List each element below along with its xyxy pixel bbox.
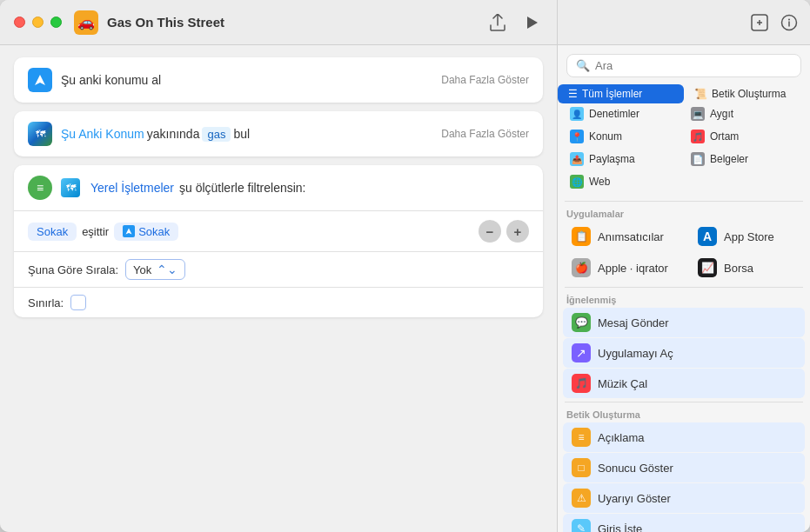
script-sonucu[interactable]: □ Sonucu Göster — [563, 453, 805, 482]
action3-header: ≡ 🗺 Yerel İşletmeler şu ölçütlerle filtr… — [14, 165, 543, 211]
cat-denetimler-icon: 👤 — [570, 107, 584, 121]
action3-header-suffix: şu ölçütlerle filtrelensin: — [179, 181, 306, 195]
cat-script-label: Betik Oluşturma — [712, 88, 786, 100]
action2-content: Şu Anki Konum yakınında gas bul — [61, 127, 434, 142]
sort-label: Şuna Göre Sırala: — [28, 263, 118, 276]
close-button[interactable] — [14, 17, 25, 28]
cat-belgeler[interactable]: 📄 Belgeler — [686, 149, 803, 170]
script-giris[interactable]: ✎ Giriş İste — [563, 514, 805, 532]
play-button[interactable] — [522, 12, 543, 33]
script-divider — [565, 402, 803, 402]
cat-ortam[interactable]: 🎵 Ortam — [686, 126, 803, 147]
app-appstore[interactable]: A App Store — [689, 222, 805, 251]
pinned-mesaj[interactable]: 💬 Mesaj Gönder — [563, 308, 805, 337]
script-aciklama[interactable]: ≡ Açıklama — [563, 422, 805, 452]
filter-right-tag[interactable]: Sokak — [114, 223, 178, 241]
action-row-1: Şu anki konumu al Daha Fazla Göster — [14, 57, 543, 103]
cat-script-icon: 📜 — [694, 88, 707, 100]
borsa-label: Borsa — [724, 262, 753, 275]
action3-sort-row: Şuna Göre Sırala: Yok ⌃⌄ — [14, 252, 543, 288]
uygulama-label: Uygulamayı Aç — [598, 347, 673, 360]
cat-denetimler-label: Denetimler — [589, 108, 639, 120]
pinned-uygulama[interactable]: ↗ Uygulamayı Aç — [563, 338, 805, 368]
app-animsaticilar[interactable]: 📋 Anımsatıcılar — [563, 222, 679, 251]
cat-konum[interactable]: 📍 Konum — [565, 126, 682, 147]
cat-all-label: Tüm İşlemler — [582, 88, 642, 100]
title-actions — [487, 12, 543, 33]
action2-middle: yakınında — [147, 127, 200, 141]
filter-controls: − + — [479, 220, 529, 243]
share-button[interactable] — [487, 12, 508, 33]
window-title: Gas On This Street — [107, 15, 487, 30]
search-icon: 🔍 — [576, 59, 590, 72]
spots-icon: ≡ — [28, 176, 52, 200]
sonucu-label: Sonucu Göster — [598, 462, 673, 475]
mesaj-label: Mesaj Gönder — [598, 316, 669, 329]
apps-divider — [565, 201, 803, 202]
filter-plus-button[interactable]: + — [506, 220, 529, 243]
action2-suffix: bul — [233, 127, 250, 141]
action1-more[interactable]: Daha Fazla Göster — [441, 74, 529, 86]
title-bar: 🚗 Gas On This Street — [0, 0, 557, 45]
filter-minus-button[interactable]: − — [479, 220, 501, 243]
cat-web[interactable]: 🌐 Web — [565, 171, 682, 192]
cat-script-create[interactable]: 📜 Betik Oluşturma — [684, 84, 810, 103]
right-panel: 🔍 ☰ Tüm İşlemler 📜 Betik Oluşturma 👤 Den — [557, 0, 810, 532]
maps-icon: 🗺 — [28, 122, 52, 146]
filter-left[interactable]: Sokak — [28, 223, 77, 241]
action3-header-text: Yerel İşletmeler — [90, 181, 174, 195]
giris-icon: ✎ — [572, 519, 591, 532]
cat-konum-label: Konum — [589, 130, 622, 143]
cat-all-icon: ☰ — [568, 88, 578, 100]
filter-mid: eşittir — [82, 225, 109, 238]
cat-web-icon: 🌐 — [570, 175, 584, 189]
info-button[interactable] — [780, 14, 798, 31]
action2-more[interactable]: Daha Fazla Göster — [441, 128, 529, 140]
apple-icon: 🍎 — [572, 258, 591, 277]
app-borsa[interactable]: 📈 Borsa — [689, 253, 805, 283]
location-icon — [28, 68, 52, 92]
minimize-button[interactable] — [32, 17, 44, 28]
filter-mini-location-icon — [123, 225, 135, 237]
app-window: 🚗 Gas On This Street — [0, 0, 810, 532]
sort-select[interactable]: Yok ⌃⌄ — [125, 259, 185, 280]
cat-aygit[interactable]: 💻 Aygıt — [686, 103, 803, 124]
script-uyarı[interactable]: ⚠ Uyarıyı Göster — [563, 483, 805, 513]
app-apple[interactable]: 🍎 Apple · iqrator — [563, 253, 679, 283]
animsaticilar-icon: 📋 — [572, 227, 591, 246]
cat-denetimler[interactable]: 👤 Denetimler — [565, 103, 682, 124]
search-input[interactable] — [595, 59, 792, 72]
script-section-label: Betik Oluşturma — [558, 406, 810, 422]
muzik-label: Müzik Çal — [598, 377, 647, 390]
cat-aygit-label: Aygıt — [710, 108, 733, 120]
pinned-muzik[interactable]: 🎵 Müzik Çal — [563, 369, 805, 398]
maximize-button[interactable] — [50, 17, 62, 28]
cat-all-operations[interactable]: ☰ Tüm İşlemler — [558, 84, 684, 103]
sonucu-icon: □ — [572, 458, 591, 477]
limit-checkbox[interactable] — [70, 295, 86, 310]
apps-section-label: Uygulamalar — [558, 205, 810, 221]
action2-prefix: Şu Anki Konum — [61, 127, 144, 141]
traffic-lights — [14, 17, 62, 28]
content-area: Şu anki konumu al Daha Fazla Göster 🗺 Şu… — [0, 45, 557, 532]
borsa-icon: 📈 — [698, 258, 717, 277]
mesaj-icon: 💬 — [572, 313, 591, 332]
aciklama-label: Açıklama — [598, 431, 644, 444]
cat-paylasma[interactable]: 📤 Paylaşma — [565, 149, 682, 170]
cat-aygit-icon: 💻 — [691, 107, 705, 121]
limit-label: Sınırla: — [28, 296, 64, 309]
left-panel: 🚗 Gas On This Street — [0, 0, 557, 532]
add-action-button[interactable] — [751, 14, 768, 31]
uygulama-icon: ↗ — [572, 343, 591, 362]
cat-web-label: Web — [589, 176, 610, 188]
appstore-icon: A — [698, 227, 717, 246]
action2-tag: gas — [202, 127, 231, 142]
apps-list: 📋 Anımsatıcılar A App Store 🍎 Apple · iq… — [558, 221, 810, 283]
action-row-2: 🗺 Şu Anki Konum yakınında gas bul Daha F… — [14, 111, 543, 156]
filter-right-text: Sokak — [138, 225, 170, 238]
cat-belgeler-icon: 📄 — [691, 152, 705, 166]
pinned-divider — [565, 287, 803, 288]
aciklama-icon: ≡ — [572, 428, 591, 447]
cat-ortam-icon: 🎵 — [691, 130, 705, 143]
uyari-icon: ⚠ — [572, 489, 591, 508]
